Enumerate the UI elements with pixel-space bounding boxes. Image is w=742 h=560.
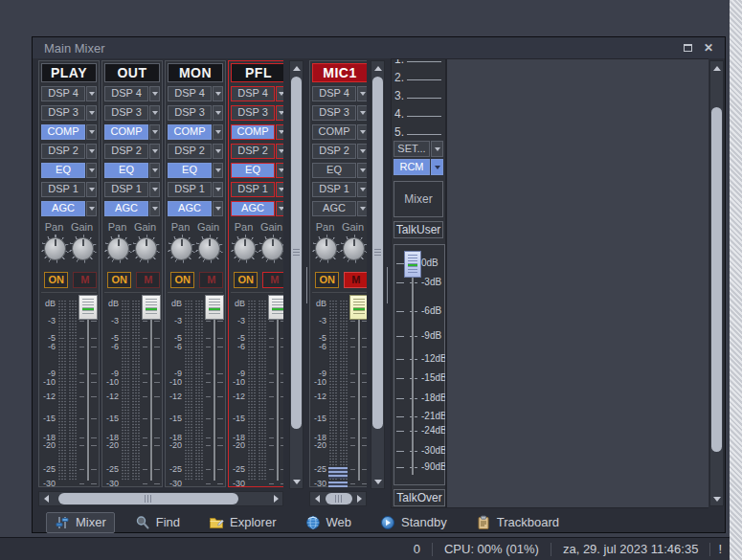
dsp-button[interactable]: DSP 3 (231, 105, 275, 121)
taskbar-button-web[interactable]: Web (297, 512, 361, 533)
mute-button[interactable]: M (199, 272, 223, 288)
set-select[interactable]: SET... (393, 141, 443, 157)
pan-knob[interactable] (104, 235, 132, 263)
dsp-dropdown[interactable] (276, 201, 283, 216)
mute-button[interactable]: M (262, 272, 283, 288)
dsp-dropdown[interactable] (357, 124, 367, 140)
dsp-button[interactable]: COMP (312, 124, 356, 140)
rcm-select[interactable]: RCM (393, 159, 443, 175)
talkuser-button[interactable]: TalkUser (393, 221, 443, 238)
pan-knob[interactable] (41, 235, 69, 263)
mic-hscroll-thumb[interactable] (326, 493, 352, 504)
channel-header[interactable]: OUT (104, 63, 160, 82)
dsp-button[interactable]: DSP 4 (168, 86, 212, 101)
dsp-dropdown[interactable] (357, 163, 367, 178)
mute-button[interactable]: M (136, 272, 160, 288)
pan-knob[interactable] (231, 235, 259, 263)
dsp-button[interactable]: EQ (104, 163, 148, 178)
on-button[interactable]: ON (234, 272, 258, 288)
dsp-dropdown[interactable] (149, 144, 160, 159)
dsp-button[interactable]: DSP 1 (104, 182, 148, 197)
dsp-button[interactable]: EQ (312, 163, 356, 178)
rcm-button[interactable]: RCM (393, 159, 430, 175)
dsp-button[interactable]: AGC (312, 201, 356, 216)
fader-handle[interactable] (349, 295, 367, 320)
channel-header[interactable]: PFL (231, 63, 283, 82)
dsp-button[interactable]: DSP 3 (168, 105, 212, 121)
dsp-dropdown[interactable] (357, 86, 367, 101)
dsp-button[interactable]: DSP 1 (41, 182, 85, 197)
dsp-dropdown[interactable] (213, 105, 223, 121)
pan-knob[interactable] (312, 235, 340, 263)
dsp-dropdown[interactable] (357, 144, 367, 159)
fader-handle[interactable] (404, 251, 421, 278)
fader-handle[interactable] (268, 295, 283, 320)
dsp-button[interactable]: DSP 3 (104, 105, 148, 121)
dsp-dropdown[interactable] (149, 201, 160, 216)
dsp-dropdown[interactable] (213, 124, 223, 140)
dsp-button[interactable]: DSP 3 (312, 105, 356, 121)
mute-button[interactable]: M (344, 272, 367, 288)
list-item[interactable]: 5. (392, 121, 445, 139)
titlebar[interactable]: Main Mixer ✕ (33, 37, 725, 58)
channel-header[interactable]: MON (168, 63, 223, 82)
dsp-button[interactable]: DSP 4 (41, 86, 85, 101)
dsp-button[interactable]: DSP 2 (168, 144, 212, 159)
dsp-dropdown[interactable] (213, 201, 223, 216)
dsp-dropdown[interactable] (213, 182, 223, 197)
dsp-button[interactable]: DSP 4 (231, 86, 275, 101)
scroll-up-icon[interactable] (710, 61, 723, 75)
on-button[interactable]: ON (44, 272, 68, 288)
dsp-dropdown[interactable] (149, 105, 160, 121)
dsp-dropdown[interactable] (276, 163, 283, 178)
dsp-button[interactable]: DSP 2 (312, 144, 356, 159)
gain-knob[interactable] (195, 235, 223, 263)
dsp-dropdown[interactable] (86, 201, 97, 216)
dsp-button[interactable]: DSP 4 (104, 86, 148, 101)
dsp-dropdown[interactable] (149, 182, 160, 197)
channel-header[interactable]: PLAY (41, 63, 97, 82)
dsp-button[interactable]: AGC (231, 201, 275, 216)
on-button[interactable]: ON (315, 272, 339, 288)
dsp-dropdown[interactable] (149, 163, 160, 178)
dsp-dropdown[interactable] (86, 144, 97, 159)
gain-knob[interactable] (69, 235, 97, 263)
dsp-button[interactable]: COMP (104, 124, 148, 140)
mic-horizontal-scrollbar[interactable] (309, 491, 367, 506)
scroll-down-icon[interactable] (371, 475, 384, 488)
scroll-up-icon[interactable] (371, 61, 384, 75)
close-button[interactable]: ✕ (700, 40, 717, 56)
list-item[interactable]: 4. (392, 102, 445, 121)
dsp-button[interactable]: EQ (168, 163, 212, 178)
dsp-button[interactable]: DSP 1 (312, 182, 356, 197)
dsp-button[interactable]: EQ (41, 163, 85, 178)
dsp-dropdown[interactable] (213, 163, 223, 178)
strips-hscroll-thumb[interactable] (58, 493, 238, 504)
rcm-dropdown[interactable] (431, 159, 443, 175)
dsp-dropdown[interactable] (276, 182, 283, 197)
dsp-dropdown[interactable] (276, 124, 283, 140)
dsp-dropdown[interactable] (357, 182, 367, 197)
gain-knob[interactable] (340, 235, 367, 263)
taskbar-button-mixer[interactable]: Mixer (46, 512, 115, 533)
fader-handle[interactable] (79, 295, 98, 320)
dsp-button[interactable]: DSP 3 (41, 105, 85, 121)
taskbar-button-standby[interactable]: Standby (371, 512, 456, 533)
dsp-dropdown[interactable] (149, 124, 160, 140)
taskbar-button-explorer[interactable]: Explorer (200, 512, 284, 533)
on-button[interactable]: ON (170, 272, 194, 288)
pan-knob[interactable] (168, 235, 195, 263)
on-button[interactable]: ON (107, 272, 131, 288)
dsp-dropdown[interactable] (276, 144, 283, 159)
scroll-left-icon[interactable] (310, 492, 324, 505)
scroll-right-icon[interactable] (352, 492, 366, 505)
mic-vertical-scrollbar[interactable] (371, 60, 385, 489)
dsp-dropdown[interactable] (213, 144, 223, 159)
list-item[interactable]: 1. (392, 59, 445, 66)
dsp-button[interactable]: AGC (41, 201, 85, 216)
scroll-down-icon[interactable] (710, 492, 723, 505)
dsp-button[interactable]: COMP (41, 124, 85, 140)
dsp-dropdown[interactable] (357, 201, 367, 216)
set-dropdown[interactable] (431, 141, 443, 157)
strips-vscroll-thumb[interactable] (291, 77, 302, 429)
